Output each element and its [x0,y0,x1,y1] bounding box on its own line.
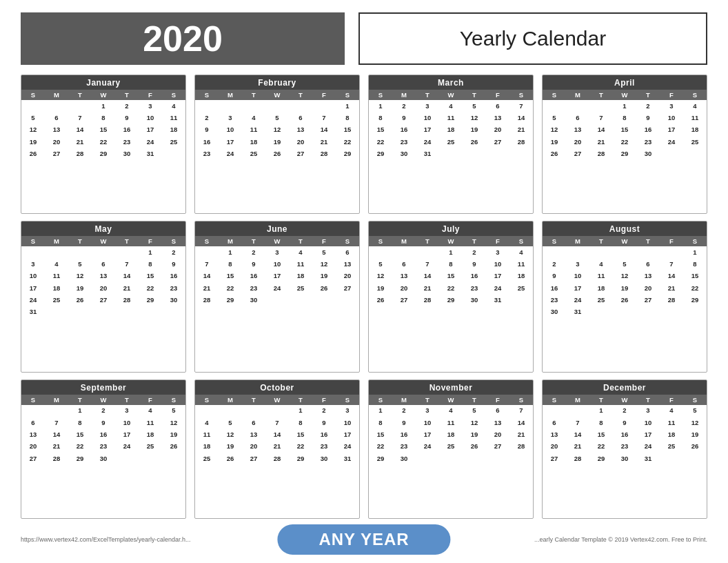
month-card-june: JuneSMTWTFS12345678910111213141516171819… [194,221,360,373]
dow-cell: M [566,236,589,246]
day-cell: 19 [68,282,92,294]
day-cell: 10 [416,417,439,428]
day-cell: 18 [139,428,162,440]
days-grid: 1234567891011121314151617181920212223242… [543,100,707,160]
day-cell: 18 [162,124,185,136]
dow-cell: S [195,395,219,405]
dow-cell: T [242,236,265,246]
day-cell: 19 [613,282,636,294]
day-cell: 11 [289,259,312,270]
day-cell: 2 [242,246,265,258]
day-cell: 19 [312,270,336,282]
day-cell: 16 [312,428,336,440]
day-cell: 5 [369,259,392,270]
empty-cell [68,306,92,318]
day-cell: 14 [115,270,139,282]
dow-cell: T [636,395,660,405]
day-cell: 8 [139,259,162,270]
empty-cell [265,295,289,306]
empty-cell [566,246,589,258]
day-cell: 29 [289,453,312,464]
days-grid: 1234567891011121314151617181920212223242… [195,100,359,160]
day-cell: 3 [416,100,439,112]
day-cell: 4 [195,417,219,428]
day-cell: 23 [115,136,139,148]
month-card-november: NovemberSMTWTFS1234567891011121314151617… [368,379,534,519]
day-cell: 16 [613,428,636,440]
day-cell: 5 [68,259,92,270]
dow-cell: S [369,90,392,100]
dow-cell: T [242,90,265,100]
dow-cell: T [589,90,613,100]
day-cell: 31 [486,295,509,306]
dow-cell: T [463,395,486,405]
dow-cell: S [509,395,533,405]
day-cell: 3 [139,100,162,112]
day-cell: 17 [336,428,359,440]
day-cell: 5 [21,112,45,124]
day-cell: 14 [660,270,683,282]
day-cell: 12 [463,112,486,124]
day-cell: 6 [242,417,265,428]
day-cell: 8 [336,112,359,124]
day-cell: 7 [509,100,533,112]
day-cell: 19 [463,428,486,440]
dow-cell: W [265,236,289,246]
month-name: May [21,221,185,236]
day-cell: 24 [21,295,45,306]
empty-cell [392,246,416,258]
day-cell: 1 [336,100,359,112]
day-cell: 25 [242,148,265,159]
empty-cell [265,100,289,112]
day-cell: 28 [509,441,533,453]
dow-cell: F [139,236,162,246]
day-cell: 28 [115,295,139,306]
day-cell: 27 [45,148,68,159]
day-cell: 27 [336,282,359,294]
empty-cell [660,148,683,159]
day-cell: 20 [543,441,566,453]
day-cell: 16 [392,428,416,440]
empty-cell [115,246,139,258]
dow-cell: T [589,395,613,405]
day-cell: 9 [242,259,265,270]
day-cell: 10 [566,270,589,282]
day-cell: 23 [392,136,416,148]
day-cell: 18 [589,282,613,294]
dow-cell: W [92,90,115,100]
day-cell: 25 [439,441,463,453]
day-cell: 10 [115,417,139,428]
dow-cell: S [543,90,566,100]
empty-cell [68,100,92,112]
empty-cell [21,246,45,258]
day-cell: 15 [92,124,115,136]
day-cell: 13 [289,124,312,136]
month-card-february: FebruarySMTWTFS1234567891011121314151617… [194,75,360,214]
dow-cell: S [336,395,359,405]
dow-cell: M [219,236,242,246]
day-cell: 30 [242,295,265,306]
dow-row: SMTWTFS [195,90,359,100]
day-cell: 9 [195,124,219,136]
dow-row: SMTWTFS [21,90,185,100]
day-cell: 6 [289,112,312,124]
day-cell: 6 [486,405,509,417]
day-cell: 24 [336,441,359,453]
day-cell: 5 [463,100,486,112]
month-name: June [195,221,359,236]
empty-cell [369,246,392,258]
dow-cell: T [289,236,312,246]
day-cell: 23 [242,282,265,294]
day-cell: 27 [486,136,509,148]
dow-cell: W [439,90,463,100]
empty-cell [289,100,312,112]
day-cell: 15 [589,428,613,440]
day-cell: 29 [369,148,392,159]
day-cell: 28 [416,295,439,306]
day-cell: 10 [265,259,289,270]
day-cell: 2 [162,246,185,258]
day-cell: 24 [660,136,683,148]
day-cell: 21 [589,136,613,148]
day-cell: 16 [392,124,416,136]
day-cell: 21 [312,136,336,148]
